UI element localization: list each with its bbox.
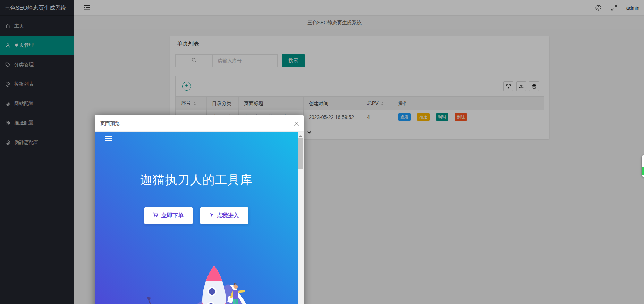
preview-iframe: 迦猫执刀人的工具库 立即下单 点我进入 — [95, 132, 298, 304]
edge-widget[interactable] — [642, 155, 644, 177]
modal-body: 迦猫执刀人的工具库 立即下单 点我进入 — [95, 132, 304, 304]
page-preview-modal: 页面预览 迦猫执刀人的工具库 立即下单 点我进入 — [95, 115, 304, 304]
preview-heading: 迦猫执刀人的工具库 — [95, 172, 298, 188]
preview-buttons: 立即下单 点我进入 — [95, 207, 298, 224]
order-now-label: 立即下单 — [161, 212, 184, 219]
edge-widget-green-segment — [642, 167, 644, 175]
close-icon[interactable] — [293, 120, 300, 128]
enter-site-button[interactable]: 点我进入 — [200, 207, 248, 224]
rocket-illustration — [95, 262, 298, 304]
preview-scrollbar[interactable] — [298, 132, 304, 304]
hamburger-menu-icon[interactable] — [105, 136, 112, 142]
modal-header: 页面预览 — [95, 115, 304, 132]
scrollbar-thumb[interactable] — [298, 138, 303, 169]
cursor-icon — [210, 212, 214, 219]
scroll-up-icon[interactable] — [299, 134, 302, 137]
modal-title: 页面预览 — [100, 115, 120, 132]
order-now-button[interactable]: 立即下单 — [144, 207, 193, 224]
enter-site-label: 点我进入 — [217, 212, 239, 219]
cart-icon — [153, 212, 159, 219]
